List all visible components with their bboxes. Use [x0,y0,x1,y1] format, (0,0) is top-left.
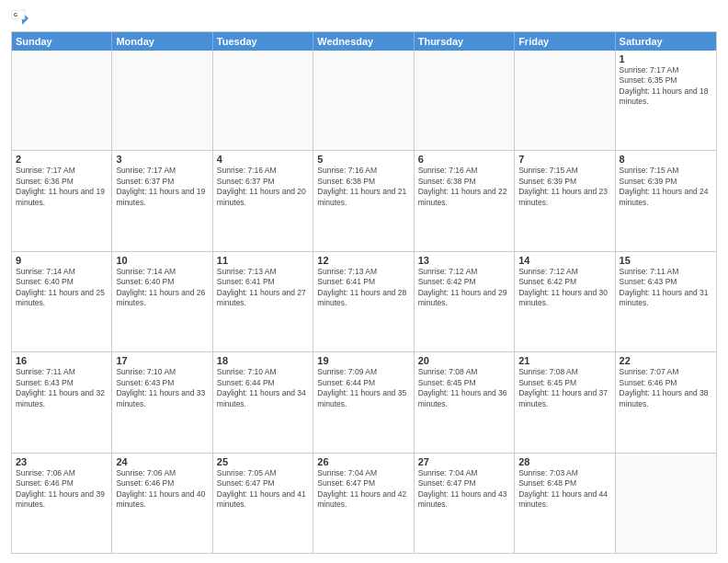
calendar-cell: 28Sunrise: 7:03 AMSunset: 6:48 PMDayligh… [515,454,615,553]
day-number: 15 [620,255,712,266]
day-number: 10 [116,255,208,266]
day-number: 28 [518,456,610,467]
calendar-cell [112,51,212,150]
day-info: Sunrise: 7:17 AMSunset: 6:37 PMDaylight:… [116,166,208,208]
header-cell-saturday: Saturday [616,32,716,51]
day-info: Sunrise: 7:11 AMSunset: 6:43 PMDaylight:… [16,367,108,409]
day-info: Sunrise: 7:06 AMSunset: 6:46 PMDaylight:… [16,468,108,511]
calendar-cell: 10Sunrise: 7:14 AMSunset: 6:40 PMDayligh… [112,252,212,351]
day-info: Sunrise: 7:15 AMSunset: 6:39 PMDaylight:… [518,166,610,208]
day-info: Sunrise: 7:13 AMSunset: 6:41 PMDaylight:… [217,267,309,309]
day-number: 19 [317,355,409,366]
day-number: 12 [317,255,409,266]
header-cell-sunday: Sunday [12,32,112,51]
day-info: Sunrise: 7:14 AMSunset: 6:40 PMDaylight:… [116,267,208,309]
calendar-cell: 22Sunrise: 7:07 AMSunset: 6:46 PMDayligh… [616,352,716,452]
day-info: Sunrise: 7:16 AMSunset: 6:37 PMDaylight:… [217,166,309,208]
day-number: 17 [116,355,208,366]
day-info: Sunrise: 7:16 AMSunset: 6:38 PMDaylight:… [317,166,409,208]
day-info: Sunrise: 7:06 AMSunset: 6:46 PMDaylight:… [116,468,208,511]
day-info: Sunrise: 7:03 AMSunset: 6:48 PMDaylight:… [518,468,610,511]
page-header: G [11,9,717,28]
day-number: 22 [620,355,712,366]
day-number: 16 [16,355,108,366]
calendar-cell: 18Sunrise: 7:10 AMSunset: 6:44 PMDayligh… [213,352,313,452]
calendar-cell: 4Sunrise: 7:16 AMSunset: 6:37 PMDaylight… [213,151,313,250]
day-number: 14 [518,255,610,266]
calendar-cell: 8Sunrise: 7:15 AMSunset: 6:39 PMDaylight… [616,151,716,250]
calendar-body: 1Sunrise: 7:17 AMSunset: 6:35 PMDaylight… [12,51,716,553]
day-number: 5 [317,154,409,165]
calendar-row-2: 2Sunrise: 7:17 AMSunset: 6:36 PMDaylight… [12,150,716,250]
calendar-row-5: 23Sunrise: 7:06 AMSunset: 6:46 PMDayligh… [12,453,716,553]
header-cell-friday: Friday [515,32,615,51]
calendar-cell: 27Sunrise: 7:04 AMSunset: 6:47 PMDayligh… [415,454,515,553]
calendar-cell: 17Sunrise: 7:10 AMSunset: 6:43 PMDayligh… [112,352,212,452]
day-number: 20 [418,355,510,366]
calendar-cell: 25Sunrise: 7:05 AMSunset: 6:47 PMDayligh… [213,454,313,553]
calendar-cell: 26Sunrise: 7:04 AMSunset: 6:47 PMDayligh… [313,454,414,553]
header-cell-wednesday: Wednesday [313,32,414,51]
calendar-cell: 9Sunrise: 7:14 AMSunset: 6:40 PMDaylight… [12,252,112,351]
day-number: 24 [116,456,208,467]
calendar-cell [12,51,112,150]
day-info: Sunrise: 7:08 AMSunset: 6:45 PMDaylight:… [518,367,610,409]
calendar-cell: 24Sunrise: 7:06 AMSunset: 6:46 PMDayligh… [112,454,212,553]
day-number: 23 [16,456,108,467]
day-number: 7 [518,154,610,165]
calendar-cell: 5Sunrise: 7:16 AMSunset: 6:38 PMDaylight… [313,151,414,250]
header-cell-tuesday: Tuesday [213,32,313,51]
day-number: 27 [418,456,510,467]
logo: G [11,9,31,28]
day-info: Sunrise: 7:11 AMSunset: 6:43 PMDaylight:… [620,267,712,309]
day-info: Sunrise: 7:15 AMSunset: 6:39 PMDaylight:… [620,166,712,208]
day-number: 13 [418,255,510,266]
header-cell-monday: Monday [112,32,212,51]
calendar-cell: 16Sunrise: 7:11 AMSunset: 6:43 PMDayligh… [12,352,112,452]
calendar-cell: 12Sunrise: 7:13 AMSunset: 6:41 PMDayligh… [313,252,414,351]
day-number: 11 [217,255,309,266]
day-number: 26 [317,456,409,467]
day-number: 8 [620,154,712,165]
day-info: Sunrise: 7:07 AMSunset: 6:46 PMDaylight:… [620,367,712,409]
day-number: 1 [620,53,712,64]
calendar-row-3: 9Sunrise: 7:14 AMSunset: 6:40 PMDaylight… [12,251,716,351]
day-info: Sunrise: 7:17 AMSunset: 6:36 PMDaylight:… [16,166,108,208]
calendar-cell: 23Sunrise: 7:06 AMSunset: 6:46 PMDayligh… [12,454,112,553]
calendar-cell: 2Sunrise: 7:17 AMSunset: 6:36 PMDaylight… [12,151,112,250]
calendar-header: SundayMondayTuesdayWednesdayThursdayFrid… [12,32,716,51]
day-info: Sunrise: 7:12 AMSunset: 6:42 PMDaylight:… [518,267,610,309]
calendar-cell: 11Sunrise: 7:13 AMSunset: 6:41 PMDayligh… [213,252,313,351]
day-info: Sunrise: 7:14 AMSunset: 6:40 PMDaylight:… [16,267,108,309]
header-cell-thursday: Thursday [415,32,515,51]
calendar-row-4: 16Sunrise: 7:11 AMSunset: 6:43 PMDayligh… [12,351,716,452]
calendar-cell [313,51,414,150]
calendar-cell: 13Sunrise: 7:12 AMSunset: 6:42 PMDayligh… [415,252,515,351]
day-info: Sunrise: 7:04 AMSunset: 6:47 PMDaylight:… [317,468,409,511]
day-info: Sunrise: 7:10 AMSunset: 6:44 PMDaylight:… [217,367,309,409]
day-info: Sunrise: 7:10 AMSunset: 6:43 PMDaylight:… [116,367,208,409]
day-number: 4 [217,154,309,165]
day-info: Sunrise: 7:04 AMSunset: 6:47 PMDaylight:… [418,468,510,511]
day-number: 2 [16,154,108,165]
day-number: 25 [217,456,309,467]
calendar-cell: 19Sunrise: 7:09 AMSunset: 6:44 PMDayligh… [313,352,414,452]
day-info: Sunrise: 7:08 AMSunset: 6:45 PMDaylight:… [418,367,510,409]
calendar-cell: 14Sunrise: 7:12 AMSunset: 6:42 PMDayligh… [515,252,615,351]
day-number: 21 [518,355,610,366]
calendar-cell: 1Sunrise: 7:17 AMSunset: 6:35 PMDaylight… [616,51,716,150]
logo-icon: G [11,9,29,28]
calendar-cell: 15Sunrise: 7:11 AMSunset: 6:43 PMDayligh… [616,252,716,351]
day-number: 18 [217,355,309,366]
calendar-cell: 20Sunrise: 7:08 AMSunset: 6:45 PMDayligh… [415,352,515,452]
calendar-cell: 3Sunrise: 7:17 AMSunset: 6:37 PMDaylight… [112,151,212,250]
day-number: 9 [16,255,108,266]
calendar-cell: 21Sunrise: 7:08 AMSunset: 6:45 PMDayligh… [515,352,615,452]
calendar-cell [213,51,313,150]
calendar-cell: 6Sunrise: 7:16 AMSunset: 6:38 PMDaylight… [415,151,515,250]
calendar: SundayMondayTuesdayWednesdayThursdayFrid… [11,31,717,554]
day-info: Sunrise: 7:13 AMSunset: 6:41 PMDaylight:… [317,267,409,309]
calendar-cell [415,51,515,150]
calendar-cell: 7Sunrise: 7:15 AMSunset: 6:39 PMDaylight… [515,151,615,250]
svg-text:G: G [14,12,17,17]
